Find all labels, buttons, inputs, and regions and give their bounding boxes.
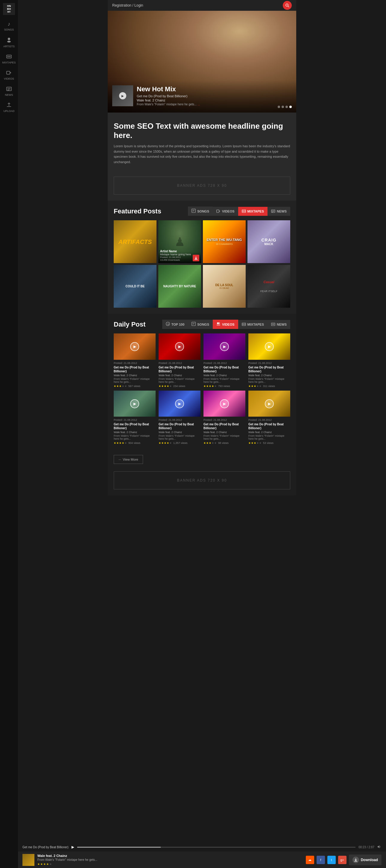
tab-daily-top100[interactable]: ★ TOP 100 [162, 320, 188, 329]
video-date-8: Posted: 21.08.2012 [248, 418, 290, 422]
video-desc-3: From Wale's "Folarin" mixtape here he ge… [203, 377, 245, 383]
video-artist-5: Wale feat. 2 Chainz [114, 431, 156, 434]
featured-item-8[interactable]: Casual FEAR ITSELF [248, 265, 290, 308]
hero-play-button[interactable]: ▶ [119, 92, 126, 99]
star: ★ [251, 384, 253, 388]
tab-daily-news[interactable]: NEWS [267, 320, 290, 329]
star: ★ [254, 384, 256, 388]
video-views-2: 234 views [173, 384, 185, 388]
tab-daily-songs[interactable]: SONGS [188, 320, 213, 329]
view-more-button[interactable]: ··· View More [114, 455, 143, 464]
video-item-5[interactable]: ▶ Posted: 21.08.2012 Get me Do (Prod by … [114, 391, 156, 445]
star: ★ [248, 384, 251, 388]
star: ★ [214, 384, 217, 388]
video-stars-6: ★★★★★1,357 views [159, 441, 200, 444]
video-title-6: Get me Do (Prod by Beat Billioner) [159, 422, 200, 430]
svg-rect-28 [192, 322, 195, 326]
video-item-7[interactable]: ▶ Posted: 21.08.2012 Get me Do (Prod by … [203, 391, 245, 445]
tab-featured-videos[interactable]: VIDEOS [213, 207, 238, 216]
tab-daily-videos[interactable]: VIDEOS [213, 320, 238, 329]
featured-item-1[interactable]: ARTIFACTS [114, 220, 157, 263]
featured-art-3: ENTER THE WU-TANG 36 CHAMBERS [203, 220, 246, 263]
tab-featured-songs[interactable]: SONGS [188, 207, 213, 216]
video-play-5[interactable]: ▶ [130, 399, 139, 408]
hero-thumbnail[interactable]: ▶ [112, 85, 133, 106]
video-play-2[interactable]: ▶ [175, 342, 184, 351]
hero-subtitle: Get me Do (Prod by Beat Billioner) [137, 94, 200, 98]
video-title-8: Get me Do (Prod by Beat Billioner) [248, 422, 290, 430]
featured-item-2[interactable]: ♟ Artist Name Mixtape Name going here Po… [158, 220, 201, 263]
video-date-5: Posted: 21.08.2012 [114, 418, 156, 422]
hero-artist: Wale feat. 2 Chainz [137, 98, 200, 102]
svg-point-11 [286, 4, 288, 6]
star: ★ [203, 441, 206, 444]
featured-item-5[interactable]: COULD IT BE [114, 265, 157, 308]
star: ★ [206, 441, 208, 444]
video-play-3[interactable]: ▶ [220, 342, 229, 351]
featured-grid-row1: ARTIFACTS ♟ Artist Name Mixtape Name goi… [114, 220, 290, 263]
video-item-3[interactable]: ▶ Posted: 21.08.2012 Get me Do (Prod by … [203, 334, 245, 388]
star: ★ [169, 441, 172, 444]
star: ★ [259, 384, 261, 388]
view-more-section: ··· View More [108, 451, 296, 468]
mixtapes-daily-icon [242, 322, 246, 327]
star: ★ [125, 384, 127, 388]
star: ★ [256, 384, 259, 388]
featured-title: Featured Posts [114, 208, 161, 215]
hero-dot-active [289, 106, 292, 108]
tab-featured-mixtapes[interactable]: MIXTAPES [238, 207, 267, 216]
video-item-6[interactable]: ▶ Posted: 21.08.2012 Get me Do (Prod by … [159, 391, 200, 445]
video-item-2[interactable]: ▶ Posted: 21.08.2012 Get me Do (Prod by … [159, 334, 200, 388]
hero-more-link[interactable]: ... [197, 103, 200, 106]
tab-featured-news[interactable]: NEWS [267, 207, 290, 216]
featured-item-3[interactable]: ENTER THE WU-TANG 36 CHAMBERS [203, 220, 246, 263]
star: ★ [161, 384, 164, 388]
featured-item-4[interactable]: CRAIG MACK [248, 220, 290, 263]
seo-body: Lorem Ipsum is simply dummy text of the … [114, 144, 290, 165]
video-item-1[interactable]: ▶ Posted: 21.08.2012 Get me Do (Prod by … [114, 334, 156, 388]
star: ★ [206, 384, 208, 388]
star: ★ [169, 384, 172, 388]
video-thumb-6: ▶ [159, 391, 200, 417]
hero-thumb-inner: ▶ [112, 85, 133, 106]
star: ★ [114, 441, 116, 444]
video-thumb-3: ▶ [203, 334, 245, 360]
featured-download-btn-2[interactable] [193, 255, 199, 261]
video-desc-1: From Wale's "Folarin" mixtape here he ge… [114, 377, 156, 383]
video-play-8[interactable]: ▶ [265, 399, 274, 408]
hero-title: New Hot Mix [137, 85, 200, 93]
banner-inner-bottom[interactable]: BANNER ADS 720 X 90 [114, 471, 290, 489]
video-desc-8: From Wale's "Folarin" mixtape here he ge… [248, 434, 290, 440]
video-play-4[interactable]: ▶ [265, 342, 274, 351]
star: ★ [164, 384, 166, 388]
banner-inner-top[interactable]: BANNER ADS 728 X 90 [114, 177, 290, 194]
video-artist-2: Wale feat. 2 Chainz [159, 374, 200, 377]
svg-point-35 [243, 323, 244, 325]
mixtapes-tab-icon [242, 209, 246, 214]
video-views-7: 98 views [218, 441, 229, 444]
video-play-1[interactable]: ▶ [130, 342, 139, 351]
star: ★ [167, 384, 169, 388]
tab-daily-mixtapes[interactable]: MIXTAPES [238, 320, 267, 329]
video-views-1: 567 views [128, 384, 140, 388]
daily-tabs: ★ TOP 100 SONGS VIDEOS [162, 320, 290, 329]
svg-point-36 [244, 323, 245, 325]
featured-art-8: Casual FEAR ITSELF [248, 265, 290, 308]
hero-dot [286, 106, 288, 108]
star: ★ [254, 441, 256, 444]
search-button[interactable] [283, 1, 292, 10]
star: ★ [122, 441, 124, 444]
star: ★ [256, 441, 259, 444]
video-item-8[interactable]: ▶ Posted: 21.08.2012 Get me Do (Prod by … [248, 391, 290, 445]
hero-dots [278, 106, 292, 108]
video-stars-2: ★★★★★234 views [159, 384, 200, 388]
registration-link[interactable]: Registration / Login [112, 3, 143, 7]
video-thumb-8: ▶ [248, 391, 290, 417]
video-play-7[interactable]: ▶ [220, 399, 229, 408]
featured-item-7[interactable]: DE LA SOUL IS DEAD [203, 265, 246, 308]
video-title-7: Get me Do (Prod by Beat Billioner) [203, 422, 245, 430]
video-play-6[interactable]: ▶ [175, 399, 184, 408]
star: ★ [164, 441, 166, 444]
featured-item-6[interactable]: NAUGHTY BY NATURE [158, 265, 201, 308]
video-item-4[interactable]: ▶ Posted: 21.08.2012 Get me Do (Prod by … [248, 334, 290, 388]
